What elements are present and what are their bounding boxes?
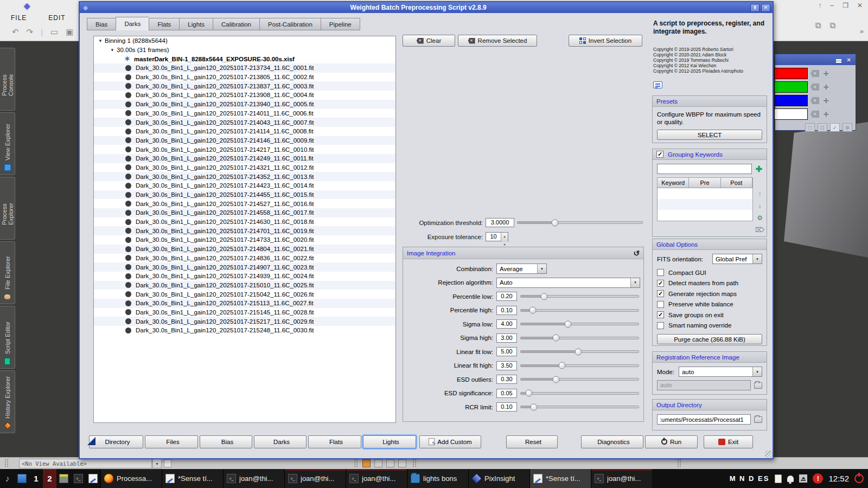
slider-handle[interactable] bbox=[552, 219, 559, 226]
tree-group-exposure[interactable]: ▼ 30.00s (31 frames) bbox=[94, 46, 395, 55]
tab[interactable]: Bias bbox=[87, 18, 116, 30]
delete-keyword-icon[interactable]: ⌦ bbox=[755, 226, 764, 234]
checkbox[interactable] bbox=[657, 280, 664, 287]
fits-orientation-dropdown[interactable]: Global Pref ▼ bbox=[712, 254, 762, 264]
dark-frame-row[interactable]: Dark_30.0s_Bin1_L_gain120_20251017-21483… bbox=[94, 254, 395, 263]
maximize-icon[interactable]: ❐ bbox=[843, 2, 848, 9]
footer-button[interactable]: Reset bbox=[506, 435, 558, 448]
exposure-tolerance-spinner[interactable]: 10 ▲▼ bbox=[486, 232, 508, 241]
footer-button[interactable]: Directory bbox=[89, 435, 143, 448]
dark-frame-row[interactable]: Dark_30.0s_Bin1_L_gain120_20251017-21414… bbox=[94, 136, 395, 145]
slider-track[interactable] bbox=[520, 378, 639, 381]
reset-section-icon[interactable]: ↺ bbox=[633, 249, 640, 258]
resize-grip[interactable] bbox=[765, 451, 772, 458]
tab[interactable]: Darks bbox=[116, 17, 149, 30]
keyword-input[interactable] bbox=[657, 164, 752, 174]
dark-frame-row[interactable]: Dark_30.0s_Bin1_L_gain120_20251017-21435… bbox=[94, 172, 395, 181]
workspace-thumb[interactable] bbox=[386, 459, 394, 467]
sidebar-tab[interactable]: Script Editor bbox=[0, 306, 15, 369]
rename-icon[interactable]: ▭ bbox=[50, 27, 58, 37]
slider-handle[interactable] bbox=[553, 376, 560, 383]
tab[interactable]: Flats bbox=[149, 18, 179, 30]
slider-handle[interactable] bbox=[530, 403, 537, 410]
checkbox[interactable] bbox=[657, 301, 664, 308]
dark-frame-row[interactable]: Dark_30.0s_Bin1_L_gain120_20251017-21394… bbox=[94, 100, 395, 109]
close-view-icon[interactable]: ⧉ bbox=[815, 21, 821, 30]
grouping-keywords-checkbox[interactable] bbox=[656, 151, 663, 158]
channel-target-icon[interactable]: ✛ bbox=[822, 70, 831, 78]
dark-frame-row[interactable]: Dark_30.0s_Bin1_L_gain120_20251017-21504… bbox=[94, 290, 395, 299]
keyword-settings-icon[interactable]: ⚙ bbox=[757, 214, 763, 222]
dark-frame-row[interactable]: Dark_30.0s_Bin1_L_gain120_20251017-21373… bbox=[94, 63, 395, 73]
taskbar-window-button[interactable]: lights bons bbox=[407, 469, 468, 488]
tree-group-binning[interactable]: ▼ Binning 1 (8288x5644) bbox=[94, 36, 395, 46]
workspace-thumb[interactable] bbox=[398, 459, 406, 467]
dark-frame-row[interactable]: Dark_30.0s_Bin1_L_gain120_20251017-21383… bbox=[94, 81, 395, 91]
checkbox[interactable] bbox=[657, 290, 664, 297]
rejection-dropdown[interactable]: Auto ▼ bbox=[496, 278, 640, 288]
move-down-icon[interactable]: ↓ bbox=[758, 202, 762, 210]
taskbar-window-button[interactable]: PixInsight bbox=[468, 469, 529, 488]
sidebar-tab[interactable]: File Explorer bbox=[0, 241, 15, 304]
show-desktop-icon[interactable] bbox=[17, 474, 27, 483]
dark-frame-row[interactable]: Dark_30.0s_Bin1_L_gain120_20251017-21411… bbox=[94, 127, 395, 136]
browse-folder-icon[interactable] bbox=[754, 382, 762, 389]
dark-frame-row[interactable]: Dark_30.0s_Bin1_L_gain120_20251017-21521… bbox=[94, 317, 395, 326]
dark-frame-row[interactable]: Dark_30.0s_Bin1_L_gain120_20251017-21524… bbox=[94, 326, 395, 335]
workspace-thumb-active[interactable] bbox=[362, 459, 371, 467]
option-checkbox-row[interactable]: Preserve white balance bbox=[657, 299, 762, 310]
taskbar-window-button[interactable]: *Sense tí... bbox=[529, 469, 591, 488]
footer-button[interactable]: Bias bbox=[200, 435, 252, 448]
undo-icon[interactable]: ↶ bbox=[12, 27, 19, 37]
clock[interactable]: 12:52 bbox=[828, 474, 849, 483]
menu-item[interactable]: FILE bbox=[8, 13, 30, 23]
footer-button[interactable]: Exit bbox=[704, 435, 753, 448]
footer-button[interactable]: Diagnostics bbox=[581, 435, 643, 448]
slider-handle[interactable] bbox=[526, 390, 533, 397]
footer-button[interactable]: Add Custom bbox=[419, 435, 481, 448]
slider-track[interactable] bbox=[520, 295, 639, 298]
slider-value-input[interactable]: 0.10 bbox=[496, 402, 517, 412]
keyword-table-body[interactable] bbox=[658, 188, 752, 221]
page-icon[interactable]: 🗋 bbox=[818, 123, 827, 132]
clear-channel-icon[interactable]: ✕ bbox=[810, 111, 819, 118]
close-icon[interactable]: ✕ bbox=[857, 2, 863, 9]
move-up-icon[interactable]: ↑ bbox=[758, 190, 762, 198]
channel-target-icon[interactable]: ✛ bbox=[822, 111, 831, 118]
slider-track[interactable] bbox=[520, 323, 639, 325]
checkbox[interactable] bbox=[657, 311, 664, 318]
tab[interactable]: Pipeline bbox=[321, 18, 360, 30]
option-checkbox-row[interactable]: Save groups on exit bbox=[657, 310, 762, 320]
reference-path-field[interactable]: auto bbox=[657, 380, 751, 390]
channel-color-swatch[interactable] bbox=[774, 108, 808, 120]
dark-frame-row[interactable]: Dark_30.0s_Bin1_L_gain120_20251017-21490… bbox=[94, 262, 395, 272]
dark-frame-row[interactable]: Dark_30.0s_Bin1_L_gain120_20251017-21445… bbox=[94, 190, 395, 200]
dark-frame-row[interactable]: Dark_30.0s_Bin1_L_gain120_20251017-21455… bbox=[94, 208, 395, 217]
dark-frame-row[interactable]: Dark_30.0s_Bin1_L_gain120_20251017-21514… bbox=[94, 308, 395, 317]
view-selector-combo[interactable]: <No View Available> bbox=[19, 459, 152, 468]
apply-check-icon[interactable]: ✓ bbox=[830, 123, 840, 132]
add-keyword-icon[interactable]: ✚ bbox=[755, 165, 762, 173]
notifications-icon[interactable] bbox=[787, 476, 794, 482]
launcher-icon[interactable]: ♪ bbox=[5, 474, 10, 484]
channel-panel-titlebar[interactable]: ✕ bbox=[775, 54, 856, 65]
dark-frame-row[interactable]: Dark_30.0s_Bin1_L_gain120_20251017-21390… bbox=[94, 91, 395, 100]
dark-frame-row[interactable]: Dark_30.0s_Bin1_L_gain120_20251017-21501… bbox=[94, 281, 395, 290]
keyboard-indicator[interactable]: M N D ES bbox=[730, 474, 770, 483]
dark-frame-row[interactable]: Dark_30.0s_Bin1_L_gain120_20251017-21421… bbox=[94, 145, 395, 154]
slider-track[interactable] bbox=[520, 350, 639, 353]
tab[interactable]: Lights bbox=[179, 18, 213, 30]
dark-frame-row[interactable]: Dark_30.0s_Bin1_L_gain120_20251017-21442… bbox=[94, 181, 395, 190]
slider-value-input[interactable]: 4.00 bbox=[496, 319, 517, 329]
dark-frame-row[interactable]: Dark_30.0s_Bin1_L_gain120_20251017-21473… bbox=[94, 235, 395, 245]
redo-icon[interactable]: ↷ bbox=[27, 27, 34, 37]
collapse-triangle-icon[interactable]: ▼ bbox=[98, 38, 105, 43]
eject-icon[interactable] bbox=[799, 474, 807, 483]
drag-handle[interactable] bbox=[354, 459, 358, 468]
view-page-icon[interactable] bbox=[164, 459, 171, 467]
slider-value-input[interactable]: 3.00 bbox=[496, 333, 517, 343]
option-checkbox-row[interactable]: Generate rejection maps bbox=[657, 288, 762, 299]
dark-frame-row[interactable]: Dark_30.0s_Bin1_L_gain120_20251017-21424… bbox=[94, 154, 395, 163]
sidebar-tab[interactable]: Process Console bbox=[0, 48, 15, 111]
menu-item[interactable]: EDIT bbox=[45, 13, 68, 23]
